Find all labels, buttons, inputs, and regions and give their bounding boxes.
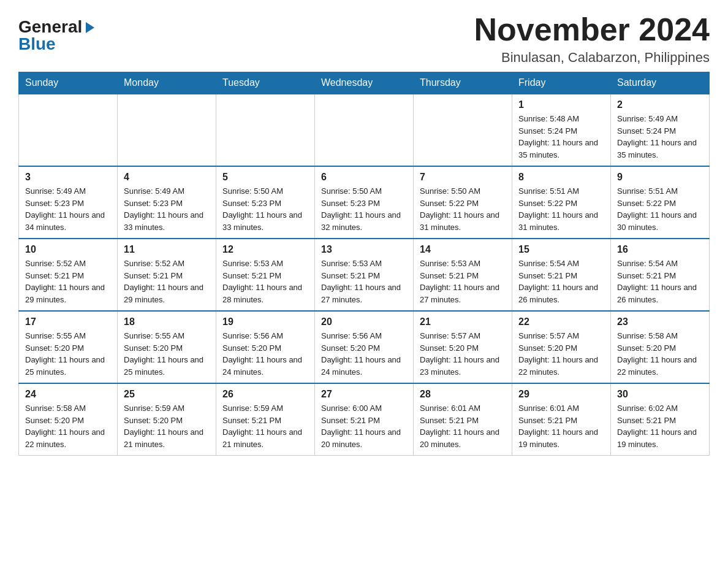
day-info: Sunrise: 5:50 AM Sunset: 5:23 PM Dayligh…: [321, 185, 407, 233]
day-info: Sunrise: 5:49 AM Sunset: 5:23 PM Dayligh…: [25, 185, 111, 233]
day-info: Sunrise: 6:01 AM Sunset: 5:21 PM Dayligh…: [518, 402, 604, 450]
day-info: Sunrise: 5:54 AM Sunset: 5:21 PM Dayligh…: [518, 258, 604, 305]
calendar-week-5: 24Sunrise: 5:58 AM Sunset: 5:20 PM Dayli…: [19, 383, 710, 456]
day-number: 26: [222, 389, 308, 400]
day-info: Sunrise: 5:55 AM Sunset: 5:20 PM Dayligh…: [124, 330, 210, 378]
day-info: Sunrise: 6:02 AM Sunset: 5:21 PM Dayligh…: [617, 402, 703, 450]
weekday-header-tuesday: Tuesday: [216, 72, 315, 94]
calendar-cell: [315, 94, 414, 166]
calendar-cell: 16Sunrise: 5:54 AM Sunset: 5:21 PM Dayli…: [611, 239, 710, 311]
day-number: 12: [222, 244, 308, 255]
day-info: Sunrise: 5:52 AM Sunset: 5:21 PM Dayligh…: [25, 258, 111, 305]
day-info: Sunrise: 5:49 AM Sunset: 5:23 PM Dayligh…: [124, 185, 210, 233]
day-info: Sunrise: 5:58 AM Sunset: 5:20 PM Dayligh…: [617, 330, 703, 378]
day-number: 2: [617, 99, 703, 110]
calendar-cell: 29Sunrise: 6:01 AM Sunset: 5:21 PM Dayli…: [512, 383, 611, 456]
calendar-cell: 17Sunrise: 5:55 AM Sunset: 5:20 PM Dayli…: [19, 311, 118, 383]
calendar: SundayMondayTuesdayWednesdayThursdayFrid…: [18, 72, 710, 456]
day-number: 24: [25, 389, 111, 400]
day-info: Sunrise: 5:50 AM Sunset: 5:23 PM Dayligh…: [222, 185, 308, 233]
day-info: Sunrise: 5:56 AM Sunset: 5:20 PM Dayligh…: [222, 330, 308, 378]
calendar-cell: 8Sunrise: 5:51 AM Sunset: 5:22 PM Daylig…: [512, 166, 611, 239]
day-number: 20: [321, 316, 407, 327]
calendar-cell: [216, 94, 315, 166]
logo-general-text: General: [18, 18, 82, 36]
day-info: Sunrise: 5:55 AM Sunset: 5:20 PM Dayligh…: [25, 330, 111, 378]
day-info: Sunrise: 5:57 AM Sunset: 5:20 PM Dayligh…: [518, 330, 604, 378]
calendar-cell: [414, 94, 512, 166]
weekday-header-sunday: Sunday: [19, 72, 118, 94]
calendar-cell: 23Sunrise: 5:58 AM Sunset: 5:20 PM Dayli…: [611, 311, 710, 383]
day-info: Sunrise: 5:59 AM Sunset: 5:20 PM Dayligh…: [124, 402, 210, 450]
logo-arrow-icon: [83, 21, 97, 34]
calendar-cell: 15Sunrise: 5:54 AM Sunset: 5:21 PM Dayli…: [512, 239, 611, 311]
calendar-cell: 28Sunrise: 6:01 AM Sunset: 5:21 PM Dayli…: [414, 383, 512, 456]
day-number: 7: [420, 172, 506, 183]
day-number: 19: [222, 316, 308, 327]
day-number: 27: [321, 389, 407, 400]
day-info: Sunrise: 5:57 AM Sunset: 5:20 PM Dayligh…: [420, 330, 506, 378]
calendar-cell: 12Sunrise: 5:53 AM Sunset: 5:21 PM Dayli…: [216, 239, 315, 311]
calendar-cell: 18Sunrise: 5:55 AM Sunset: 5:20 PM Dayli…: [118, 311, 216, 383]
logo: General Blue: [18, 18, 97, 53]
calendar-cell: 7Sunrise: 5:50 AM Sunset: 5:22 PM Daylig…: [414, 166, 512, 239]
svg-marker-0: [86, 22, 94, 33]
day-info: Sunrise: 5:54 AM Sunset: 5:21 PM Dayligh…: [617, 258, 703, 305]
day-number: 8: [518, 172, 604, 183]
calendar-body: 1Sunrise: 5:48 AM Sunset: 5:24 PM Daylig…: [19, 94, 710, 456]
calendar-cell: 20Sunrise: 5:56 AM Sunset: 5:20 PM Dayli…: [315, 311, 414, 383]
day-info: Sunrise: 5:53 AM Sunset: 5:21 PM Dayligh…: [222, 258, 308, 305]
day-info: Sunrise: 5:48 AM Sunset: 5:24 PM Dayligh…: [518, 113, 604, 161]
day-number: 23: [617, 316, 703, 327]
calendar-cell: 6Sunrise: 5:50 AM Sunset: 5:23 PM Daylig…: [315, 166, 414, 239]
calendar-cell: 14Sunrise: 5:53 AM Sunset: 5:21 PM Dayli…: [414, 239, 512, 311]
calendar-cell: 27Sunrise: 6:00 AM Sunset: 5:21 PM Dayli…: [315, 383, 414, 456]
day-number: 3: [25, 172, 111, 183]
day-info: Sunrise: 5:58 AM Sunset: 5:20 PM Dayligh…: [25, 402, 111, 450]
location: Binulasan, Calabarzon, Philippines: [474, 50, 710, 66]
weekday-header-wednesday: Wednesday: [315, 72, 414, 94]
month-title: November 2024: [474, 12, 710, 47]
calendar-cell: 9Sunrise: 5:51 AM Sunset: 5:22 PM Daylig…: [611, 166, 710, 239]
calendar-cell: 10Sunrise: 5:52 AM Sunset: 5:21 PM Dayli…: [19, 239, 118, 311]
weekday-header-monday: Monday: [118, 72, 216, 94]
day-info: Sunrise: 6:00 AM Sunset: 5:21 PM Dayligh…: [321, 402, 407, 450]
day-number: 21: [420, 316, 506, 327]
day-info: Sunrise: 5:50 AM Sunset: 5:22 PM Dayligh…: [420, 185, 506, 233]
weekday-header-friday: Friday: [512, 72, 611, 94]
header: General Blue November 2024 Binulasan, Ca…: [18, 12, 710, 66]
calendar-cell: 3Sunrise: 5:49 AM Sunset: 5:23 PM Daylig…: [19, 166, 118, 239]
day-info: Sunrise: 5:52 AM Sunset: 5:21 PM Dayligh…: [124, 258, 210, 305]
calendar-cell: 30Sunrise: 6:02 AM Sunset: 5:21 PM Dayli…: [611, 383, 710, 456]
calendar-week-3: 10Sunrise: 5:52 AM Sunset: 5:21 PM Dayli…: [19, 239, 710, 311]
day-number: 18: [124, 316, 210, 327]
title-block: November 2024 Binulasan, Calabarzon, Phi…: [474, 12, 710, 66]
day-info: Sunrise: 5:59 AM Sunset: 5:21 PM Dayligh…: [222, 402, 308, 450]
calendar-cell: 5Sunrise: 5:50 AM Sunset: 5:23 PM Daylig…: [216, 166, 315, 239]
day-info: Sunrise: 5:51 AM Sunset: 5:22 PM Dayligh…: [518, 185, 604, 233]
day-number: 22: [518, 316, 604, 327]
calendar-cell: 2Sunrise: 5:49 AM Sunset: 5:24 PM Daylig…: [611, 94, 710, 166]
calendar-cell: 22Sunrise: 5:57 AM Sunset: 5:20 PM Dayli…: [512, 311, 611, 383]
day-number: 14: [420, 244, 506, 255]
calendar-cell: 19Sunrise: 5:56 AM Sunset: 5:20 PM Dayli…: [216, 311, 315, 383]
calendar-cell: [19, 94, 118, 166]
day-info: Sunrise: 5:53 AM Sunset: 5:21 PM Dayligh…: [321, 258, 407, 305]
day-number: 17: [25, 316, 111, 327]
day-info: Sunrise: 5:56 AM Sunset: 5:20 PM Dayligh…: [321, 330, 407, 378]
calendar-cell: 4Sunrise: 5:49 AM Sunset: 5:23 PM Daylig…: [118, 166, 216, 239]
calendar-week-1: 1Sunrise: 5:48 AM Sunset: 5:24 PM Daylig…: [19, 94, 710, 166]
day-info: Sunrise: 6:01 AM Sunset: 5:21 PM Dayligh…: [420, 402, 506, 450]
day-number: 15: [518, 244, 604, 255]
day-number: 10: [25, 244, 111, 255]
day-number: 29: [518, 389, 604, 400]
weekday-header-row: SundayMondayTuesdayWednesdayThursdayFrid…: [19, 72, 710, 94]
day-number: 25: [124, 389, 210, 400]
day-number: 6: [321, 172, 407, 183]
day-number: 1: [518, 99, 604, 110]
day-number: 30: [617, 389, 703, 400]
calendar-cell: 25Sunrise: 5:59 AM Sunset: 5:20 PM Dayli…: [118, 383, 216, 456]
calendar-week-2: 3Sunrise: 5:49 AM Sunset: 5:23 PM Daylig…: [19, 166, 710, 239]
day-number: 11: [124, 244, 210, 255]
weekday-header-thursday: Thursday: [414, 72, 512, 94]
